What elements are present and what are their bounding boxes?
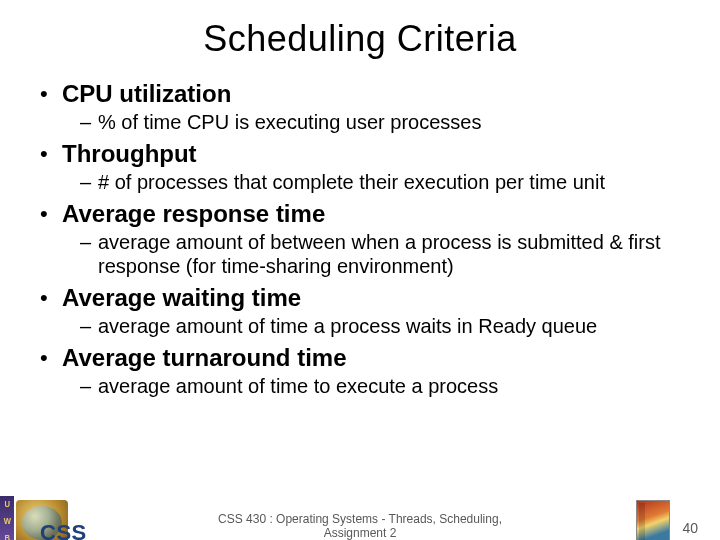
dash-icon: –	[80, 110, 98, 134]
sub-text: # of processes that complete their execu…	[98, 170, 605, 194]
bullet-label: Average turnaround time	[62, 344, 347, 372]
bullet-icon: •	[40, 200, 62, 228]
sub-item: – average amount of time a process waits…	[80, 314, 686, 338]
sub-text: average amount of time to execute a proc…	[98, 374, 498, 398]
bullet-icon: •	[40, 140, 62, 168]
list-item: • Throughput – # of processes that compl…	[40, 140, 686, 194]
bullet-list: • CPU utilization – % of time CPU is exe…	[40, 80, 686, 398]
bullet-label: Average waiting time	[62, 284, 301, 312]
page-number: 40	[682, 520, 698, 536]
bullet-label: CPU utilization	[62, 80, 231, 108]
slide: Scheduling Criteria • CPU utilization – …	[0, 18, 720, 540]
dash-icon: –	[80, 374, 98, 398]
footer-text: CSS 430 : Operating Systems - Threads, S…	[218, 512, 502, 540]
sub-text: average amount of between when a process…	[98, 230, 686, 278]
bullet-label: Throughput	[62, 140, 197, 168]
dash-icon: –	[80, 230, 98, 254]
sub-item: – average amount of time to execute a pr…	[80, 374, 686, 398]
list-item: • CPU utilization – % of time CPU is exe…	[40, 80, 686, 134]
slide-title: Scheduling Criteria	[0, 18, 720, 60]
sub-item: – # of processes that complete their exe…	[80, 170, 686, 194]
bullet-icon: •	[40, 80, 62, 108]
content-area: • CPU utilization – % of time CPU is exe…	[0, 80, 720, 398]
footer-line1: CSS 430 : Operating Systems - Threads, S…	[218, 512, 502, 526]
footer: UWB CSS CSS 430 : Operating Systems - Th…	[0, 496, 720, 540]
list-item: • Average response time – average amount…	[40, 200, 686, 278]
sub-item: – average amount of between when a proce…	[80, 230, 686, 278]
sub-text: % of time CPU is executing user processe…	[98, 110, 482, 134]
dash-icon: –	[80, 170, 98, 194]
uwb-logo: UWB	[0, 496, 14, 540]
bullet-label: Average response time	[62, 200, 325, 228]
book-icon	[636, 500, 670, 540]
css-logo-text: CSS	[40, 520, 87, 540]
footer-line2: Assignment 2	[218, 526, 502, 540]
sub-item: – % of time CPU is executing user proces…	[80, 110, 686, 134]
bullet-icon: •	[40, 344, 62, 372]
list-item: • Average waiting time – average amount …	[40, 284, 686, 338]
sub-text: average amount of time a process waits i…	[98, 314, 597, 338]
dash-icon: –	[80, 314, 98, 338]
bullet-icon: •	[40, 284, 62, 312]
logo-left: UWB CSS	[0, 496, 110, 540]
list-item: • Average turnaround time – average amou…	[40, 344, 686, 398]
